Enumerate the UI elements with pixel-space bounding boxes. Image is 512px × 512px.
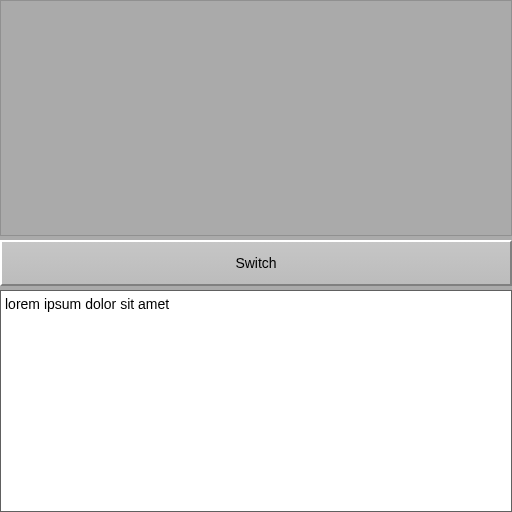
switch-button[interactable]: Switch	[0, 240, 512, 286]
main-container: Switch	[0, 0, 512, 512]
top-panel	[0, 0, 512, 236]
text-input[interactable]	[0, 290, 512, 512]
switch-button-label: Switch	[235, 255, 276, 271]
